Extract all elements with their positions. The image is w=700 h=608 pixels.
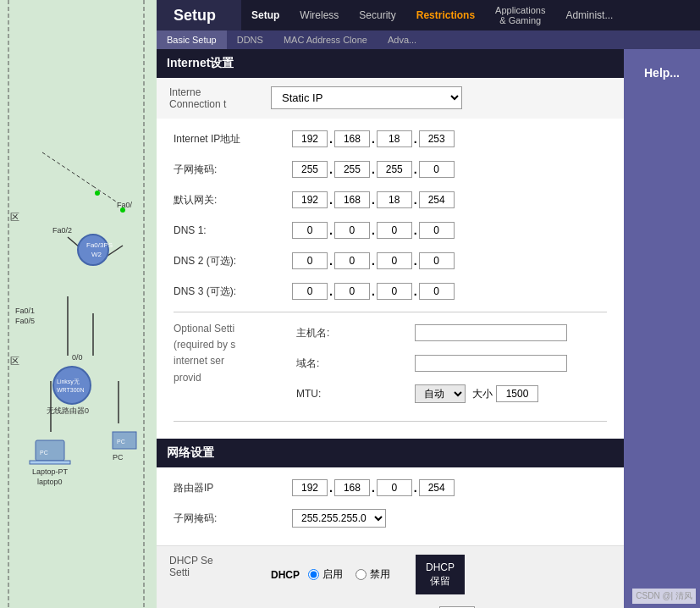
sub-nav-mac-clone[interactable]: MAC Address Clone [273,30,378,49]
sub-nav-basic-setup[interactable]: Basic Setup [157,30,227,49]
internet-ip-octet4[interactable] [419,130,455,147]
dns3-label: DNS 3 (可选): [174,285,292,299]
dhcp-disable-label[interactable]: 禁用 [356,567,390,582]
router-ip-octet1[interactable] [292,479,328,496]
mtu-dropdown[interactable]: 自动 手动 [415,384,466,403]
router-ip-inputs: . . . [292,479,455,496]
dhcp-controls: DHCP 启用 禁用 DHC [258,546,624,608]
svg-text:laptop0: laptop0 [37,478,63,486]
network-subnet-row: 子网掩码: 255.255.255.0 255.255.0.0 255.0.0.… [174,506,607,530]
sub-nav: Basic Setup DDNS MAC Address Clone Adva.… [157,30,700,49]
connection-type-selector: Static IP Automatic Configuration - DHCP… [258,78,475,119]
subnet-mask-row: 子网掩码: . . . [174,158,607,181]
dns1-octet3[interactable] [377,222,412,239]
dns3-row: DNS 3 (可选): . . . [174,279,607,303]
svg-text:0/0: 0/0 [72,353,83,362]
sub-nav-advanced[interactable]: Adva... [378,30,427,49]
default-gateway-row: 默认网关: . . . [174,188,607,212]
help-title: Help... [631,66,693,80]
watermark: CSDN @| 清风 [632,589,696,604]
router-ip-row: 路由器IP . . . [174,476,607,500]
mtu-size-input[interactable] [496,385,538,402]
network-section-header: 网络设置 [157,439,624,467]
gateway-octet4[interactable] [419,191,455,208]
svg-text:Fa0/1: Fa0/1 [15,307,35,315]
svg-rect-27 [30,461,70,464]
main-container: 区 区 Fa0/ Fa0/2 [0,0,700,608]
internet-ip-octet3[interactable] [377,130,412,147]
internet-ip-row: Internet IP地址 . . . [174,127,607,151]
router-ip-octet3[interactable] [377,479,412,496]
domain-input[interactable] [415,355,567,372]
svg-point-22 [53,367,91,404]
nav-item-setup[interactable]: Setup [241,0,289,30]
dhcp-disable-radio[interactable] [356,569,367,580]
svg-point-16 [78,235,108,265]
network-subnet-label: 子网掩码: [174,511,292,526]
config-panel: Internet设置 Interne Connection t Static I… [157,49,624,608]
domain-row: 域名: [296,351,607,375]
dns3-octet3[interactable] [377,283,412,300]
svg-text:Fa0/5: Fa0/5 [15,317,35,325]
dns3-octet4[interactable] [419,283,455,300]
dns2-octet1[interactable] [292,252,328,269]
dns1-row: DNS 1: . . . [174,218,607,242]
dhcp-toggle-row: DHCP 启用 禁用 DHC [271,555,611,594]
svg-text:PC: PC [117,439,125,445]
gateway-octet2[interactable] [334,191,370,208]
svg-text:PC: PC [40,450,48,456]
connection-type-dropdown[interactable]: Static IP Automatic Configuration - DHCP… [271,86,462,109]
svg-text:区: 区 [10,212,19,222]
svg-text:PC: PC [113,453,124,462]
sub-nav-ddns[interactable]: DDNS [227,30,273,49]
optional-settings-text: Optional Setti (required by s internet s… [174,321,284,386]
subnet-octet2[interactable] [334,161,370,178]
subnet-octet3[interactable] [377,161,412,178]
dns1-octet4[interactable] [419,222,455,239]
dhcp-info-labels: DHCP Se Setti [157,546,258,608]
nav-items: Setup Wireless Security Restrictions App… [241,0,623,30]
dhcp-enable-radio[interactable] [308,569,319,580]
dhcp-label: DHCP [271,569,300,581]
dns3-octet1[interactable] [292,283,328,300]
hostname-input[interactable] [415,324,567,341]
right-panel: Setup Setup Wireless Security Restrictio… [157,0,700,608]
subnet-mask-inputs: . . . [292,161,455,178]
dhcp-save-button[interactable]: DHCP保留 [416,555,465,594]
internet-ip-octet2[interactable] [334,130,370,147]
gateway-octet3[interactable] [377,191,412,208]
dhcp-enable-label[interactable]: 启用 [308,567,343,582]
dns1-label: DNS 1: [174,224,292,236]
gateway-octet1[interactable] [292,191,328,208]
dns2-octet2[interactable] [334,252,370,269]
dns2-row: DNS 2 (可选): . . . [174,249,607,273]
internet-ip-label: Internet IP地址 [174,132,292,146]
dns2-octet4[interactable] [419,252,455,269]
nav-item-apps-gaming[interactable]: Applications& Gaming [485,0,555,30]
nav-item-administration[interactable]: Administ... [555,0,623,30]
dns2-octet3[interactable] [377,252,412,269]
router-ip-octet2[interactable] [334,479,370,496]
svg-text:WRT300N: WRT300N [57,387,85,393]
nav-item-wireless[interactable]: Wireless [289,0,349,30]
svg-point-14 [95,191,100,196]
subnet-octet1[interactable] [292,161,328,178]
nav-item-security[interactable]: Security [349,0,405,30]
subnet-octet4[interactable] [419,161,455,178]
optional-settings-area: Optional Setti (required by s internet s… [174,321,607,412]
dns3-octet2[interactable] [334,283,370,300]
dns1-octet1[interactable] [292,222,328,239]
dns1-octet2[interactable] [334,222,370,239]
svg-text:无线路由器0: 无线路由器0 [47,406,89,415]
internet-ip-octet1[interactable] [292,130,328,147]
internet-conn-area: Interne Connection t Static IP Automatic… [157,78,624,119]
nav-item-restrictions[interactable]: Restrictions [406,0,485,30]
router-ip-octet4[interactable] [419,479,455,496]
internet-ip-inputs: . . . [292,130,455,147]
network-subnet-dropdown[interactable]: 255.255.255.0 255.255.0.0 255.0.0.0 [292,509,386,528]
start-ip-row: 起始IP地址: 192.168.0. [271,603,611,608]
divider1 [174,312,607,312]
svg-text:Linksy无: Linksy无 [57,379,80,385]
domain-label: 域名: [296,357,415,371]
dns2-inputs: . . . [292,252,455,269]
